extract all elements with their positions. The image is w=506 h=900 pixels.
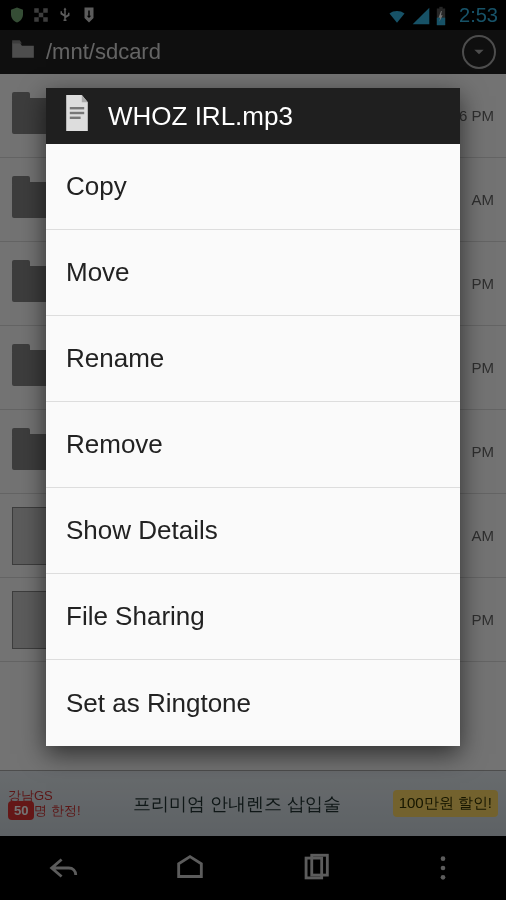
menu-item-remove[interactable]: Remove — [46, 402, 460, 488]
menu-item-show-details[interactable]: Show Details — [46, 488, 460, 574]
menu-item-file-sharing[interactable]: File Sharing — [46, 574, 460, 660]
svg-rect-11 — [70, 116, 81, 118]
menu-item-set-ringtone[interactable]: Set as Ringtone — [46, 660, 460, 746]
dialog-title: WHOZ IRL.mp3 — [108, 101, 293, 132]
menu-item-copy[interactable]: Copy — [46, 144, 460, 230]
context-menu-dialog: WHOZ IRL.mp3 Copy Move Rename Remove Sho… — [46, 88, 460, 746]
svg-rect-10 — [70, 111, 84, 113]
document-icon — [62, 95, 92, 138]
dialog-header: WHOZ IRL.mp3 — [46, 88, 460, 144]
svg-rect-9 — [70, 107, 84, 109]
menu-item-move[interactable]: Move — [46, 230, 460, 316]
menu-item-rename[interactable]: Rename — [46, 316, 460, 402]
